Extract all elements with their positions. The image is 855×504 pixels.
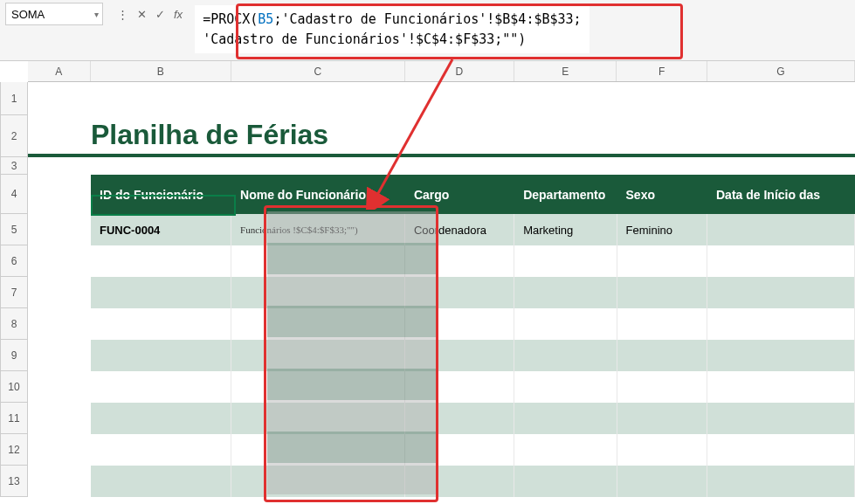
col-header-A[interactable]: A (28, 61, 91, 81)
row-header-10[interactable]: 10 (0, 371, 28, 403)
cell-depto[interactable]: Marketing (514, 214, 617, 245)
chevron-down-icon[interactable]: ▾ (94, 10, 99, 19)
table-row[interactable]: FUNC-0004 Funcionários !$C$4:$F$33;"") C… (91, 214, 855, 245)
row-header-11[interactable]: 11 (0, 403, 28, 434)
row-header-12[interactable]: 12 (0, 434, 28, 466)
row-header-1[interactable]: 1 (0, 82, 28, 115)
cell-nome-editing[interactable]: Funcionários !$C$4:$F$33;"") (231, 214, 405, 245)
row-header-9[interactable]: 9 (0, 340, 28, 371)
header-cargo: Cargo (405, 175, 514, 214)
cell-sexo[interactable]: Feminino (617, 214, 707, 245)
row-header-4[interactable]: 4 (0, 175, 28, 214)
name-box[interactable]: SOMA ▾ (5, 3, 103, 25)
table-row[interactable] (91, 308, 855, 340)
formula-part-2: ;'Cadastro de Funcionários'!$B$4:$B$33; (273, 11, 581, 27)
table-row[interactable] (91, 466, 855, 497)
table-row[interactable] (91, 371, 855, 403)
col-header-B[interactable]: B (91, 61, 231, 81)
row-header-5[interactable]: 5 (0, 214, 28, 245)
name-box-value: SOMA (11, 8, 45, 21)
header-id: ID do Funcionário (91, 175, 231, 214)
col-header-D[interactable]: D (405, 61, 514, 81)
formula-part-1: =PROCX( (203, 11, 258, 27)
row-header-7[interactable]: 7 (0, 277, 28, 308)
header-depto: Departamento (514, 175, 617, 214)
row-header-2[interactable]: 2 (0, 115, 28, 157)
formula-part-3: 'Cadastro de Funcionários'!$C$4:$F$33;""… (203, 31, 526, 47)
row-headers: 1 2 3 4 5 6 7 8 9 10 11 12 13 (0, 82, 28, 497)
row-header-8[interactable]: 8 (0, 308, 28, 340)
table-row[interactable] (91, 277, 855, 308)
grid-area: A B C D E F G 1 2 3 4 5 6 7 8 9 10 11 12… (0, 61, 855, 82)
data-rows: FUNC-0004 Funcionários !$C$4:$F$33;"") C… (91, 214, 855, 497)
cell-cargo[interactable]: Coordenadora (405, 214, 514, 245)
formula-bar-buttons: ⋮ ✕ ✓ fx (117, 3, 188, 25)
col-header-F[interactable]: F (617, 61, 707, 81)
col-header-E[interactable]: E (514, 61, 617, 81)
formula-text[interactable]: =PROCX(B5;'Cadastro de Funcionários'!$B$… (195, 5, 589, 53)
header-nome: Nome do Funcionário (231, 175, 405, 214)
table-header-row: ID do Funcionário Nome do Funcionário Ca… (91, 175, 855, 214)
table-row[interactable] (91, 403, 855, 434)
pipe-separator: ⋮ (117, 8, 128, 21)
enter-icon[interactable]: ✓ (155, 8, 165, 21)
row-1[interactable] (28, 82, 855, 115)
row-header-13[interactable]: 13 (0, 466, 28, 497)
row-header-3[interactable]: 3 (0, 157, 28, 175)
col-header-C[interactable]: C (231, 61, 405, 81)
sheet-content: Planilha de Férias ID do Funcionário Nom… (28, 82, 855, 497)
formula-ref-b5: B5 (258, 11, 273, 27)
col-header-G[interactable]: G (707, 61, 855, 81)
formula-bar: SOMA ▾ ⋮ ✕ ✓ fx =PROCX(B5;'Cadastro de F… (0, 0, 855, 61)
table-row[interactable] (91, 340, 855, 371)
formula-input[interactable]: =PROCX(B5;'Cadastro de Funcionários'!$B$… (195, 0, 855, 53)
header-sexo: Sexo (617, 175, 707, 214)
table-row[interactable] (91, 434, 855, 466)
header-data: Data de Início das (707, 175, 855, 214)
table-row[interactable] (91, 245, 855, 277)
row-3[interactable] (28, 157, 855, 175)
row-header-6[interactable]: 6 (0, 245, 28, 277)
cancel-icon[interactable]: ✕ (137, 8, 147, 21)
column-headers: A B C D E F G (28, 61, 855, 82)
cell-id[interactable]: FUNC-0004 (91, 214, 231, 245)
fx-label[interactable]: fx (174, 8, 183, 21)
cell-data[interactable] (707, 214, 855, 245)
page-title: Planilha de Férias (28, 115, 855, 157)
